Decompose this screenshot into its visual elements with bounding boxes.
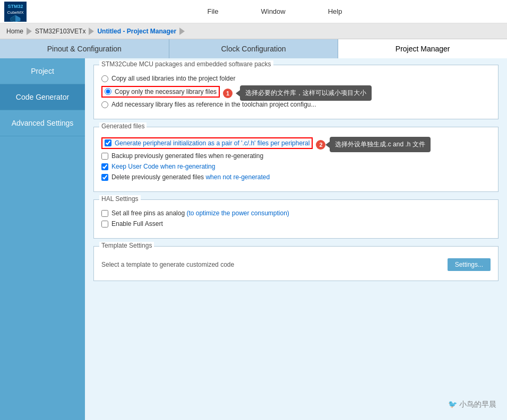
settings-button[interactable]: Settings... <box>448 258 491 271</box>
checkbox-keep-user-code: Keep User Code when re-generating <box>101 163 491 170</box>
template-row: Select a template to generate customized… <box>101 256 491 273</box>
radio-copy-necessary-input[interactable] <box>105 88 111 95</box>
breadcrumb-mcu[interactable]: STM32F103VETx <box>35 28 85 35</box>
hal-settings-section: HAL Settings Set all free pins as analog… <box>93 199 499 239</box>
mcu-packages-title: STM32Cube MCU packages and embedded soft… <box>99 60 273 68</box>
generated-files-section: Generated files Generate peripheral init… <box>93 127 499 192</box>
menu-items: File Window Help <box>42 7 507 15</box>
tooltip-num-1: 1 <box>223 89 233 98</box>
checkbox-keep-user-code-input[interactable] <box>101 163 108 170</box>
tab-clock[interactable]: Clock Configuration <box>169 39 339 58</box>
mcu-packages-section: STM32Cube MCU packages and embedded soft… <box>93 65 499 119</box>
breadcrumb-home[interactable]: Home <box>6 28 23 35</box>
stm32-logo: STM32 CubeMX <box>4 2 27 22</box>
breadcrumb-project[interactable]: Untitled - Project Manager <box>97 28 176 35</box>
checkbox-free-pins: Set all free pins as analog (to optimize… <box>101 209 491 217</box>
checkbox-full-assert: Enable Full Assert <box>101 220 491 228</box>
checkbox-delete-prev-input[interactable] <box>101 174 108 181</box>
tooltip-num-2: 2 <box>316 140 325 150</box>
checkbox-delete-prev-label: Delete previously generated files when n… <box>111 173 270 181</box>
radio-copy-necessary: Copy only the necessary library files <box>101 86 220 98</box>
checkbox-free-pins-input[interactable] <box>101 210 108 217</box>
breadcrumb-arrow-1 <box>27 28 32 35</box>
checkbox-gen-peripheral: Generate peripheral initialization as a … <box>101 137 313 149</box>
radio-copy-all-label: Copy all used libraries into the project… <box>111 75 235 82</box>
layout: Project Code Generator Advanced Settings… <box>0 58 507 420</box>
menu-file[interactable]: File <box>208 7 219 15</box>
template-settings-section: Template Settings Select a template to g… <box>93 246 499 281</box>
hal-settings-title: HAL Settings <box>99 195 141 203</box>
menu-help[interactable]: Help <box>328 7 342 15</box>
checkbox-backup-label: Backup previously generated files when r… <box>111 152 263 160</box>
checkbox-delete-prev: Delete previously generated files when n… <box>101 173 491 181</box>
radio-group-mcu: Copy all used libraries into the project… <box>101 75 491 108</box>
breadcrumb-arrow-3 <box>179 28 185 35</box>
menu-window[interactable]: Window <box>261 7 285 15</box>
radio-add-reference-input[interactable] <box>101 101 108 108</box>
checkbox-full-assert-input[interactable] <box>101 221 108 228</box>
checkbox-gen-peripheral-input[interactable] <box>105 139 111 146</box>
checkbox-backup: Backup previously generated files when r… <box>101 152 491 160</box>
svg-text:CubeMX: CubeMX <box>7 10 24 15</box>
tooltip-text-1: 选择必要的文件库，这样可以减小项目大小 <box>245 89 366 98</box>
main-tabs: Pinout & Configuration Clock Configurati… <box>0 39 507 58</box>
sidebar-item-advanced-settings[interactable]: Advanced Settings <box>0 110 85 136</box>
sidebar-item-code-generator[interactable]: Code Generator <box>0 84 85 110</box>
tooltip-bubble-1: 选择必要的文件库，这样可以减小项目大小 <box>240 85 372 101</box>
gen-peripheral-row: Generate peripheral initialization as a … <box>101 137 491 152</box>
sidebar: Project Code Generator Advanced Settings <box>0 58 85 420</box>
logo-area: STM32 CubeMX <box>0 2 42 22</box>
template-text: Select a template to generate customized… <box>101 261 234 268</box>
checkbox-group-hal: Set all free pins as analog (to optimize… <box>101 209 491 228</box>
svg-text:STM32: STM32 <box>7 4 23 9</box>
checkbox-keep-user-code-label: Keep User Code when re-generating <box>111 163 215 170</box>
checkbox-free-pins-label: Set all free pins as analog (to optimize… <box>111 209 289 217</box>
radio-add-reference-label: Add necessary library files as reference… <box>111 101 316 108</box>
sidebar-item-project[interactable]: Project <box>0 58 85 84</box>
checkbox-gen-peripheral-label: Generate peripheral initialization as a … <box>115 139 310 147</box>
tooltip-bubble-2: 选择外设单独生成.c and .h 文件 <box>330 137 430 152</box>
radio-copy-necessary-row: Copy only the necessary library files 1 … <box>101 85 491 101</box>
tab-project-manager[interactable]: Project Manager <box>338 39 507 58</box>
radio-add-reference: Add necessary library files as reference… <box>101 101 491 108</box>
checkbox-full-assert-label: Enable Full Assert <box>111 220 163 228</box>
radio-copy-necessary-label: Copy only the necessary library files <box>115 88 217 95</box>
generated-files-title: Generated files <box>99 122 147 130</box>
breadcrumb-arrow-2 <box>89 28 94 35</box>
radio-copy-all-input[interactable] <box>101 75 108 82</box>
main-content: STM32Cube MCU packages and embedded soft… <box>85 58 507 420</box>
checkbox-backup-input[interactable] <box>101 153 108 160</box>
tooltip-text-2: 选择外设单独生成.c and .h 文件 <box>335 140 425 149</box>
template-settings-title: Template Settings <box>99 242 154 249</box>
checkbox-group-generated: Generate peripheral initialization as a … <box>101 137 491 181</box>
tab-pinout[interactable]: Pinout & Configuration <box>0 39 169 58</box>
radio-copy-all: Copy all used libraries into the project… <box>101 75 491 82</box>
watermark: 🐦 小鸟的早晨 <box>448 400 496 409</box>
menu-bar: STM32 CubeMX File Window Help <box>0 0 507 23</box>
breadcrumb: Home STM32F103VETx Untitled - Project Ma… <box>0 23 507 39</box>
